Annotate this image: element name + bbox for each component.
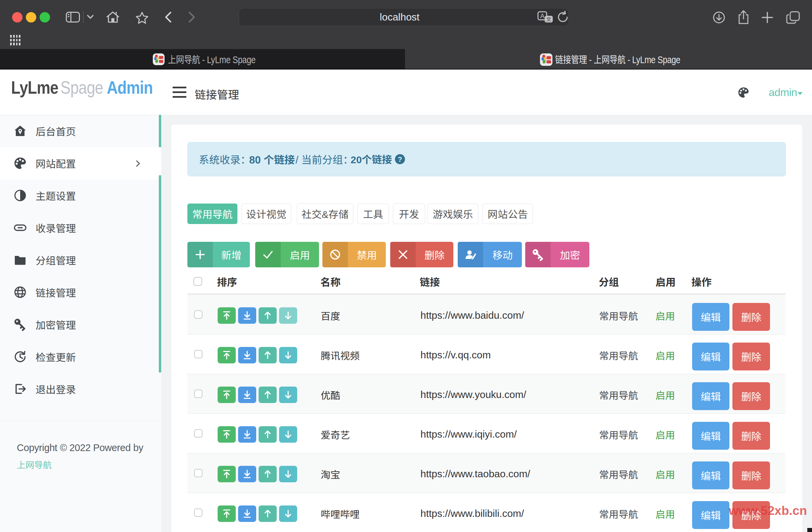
svg-text:A: A [540,12,545,19]
svg-text:文: 文 [546,15,551,23]
